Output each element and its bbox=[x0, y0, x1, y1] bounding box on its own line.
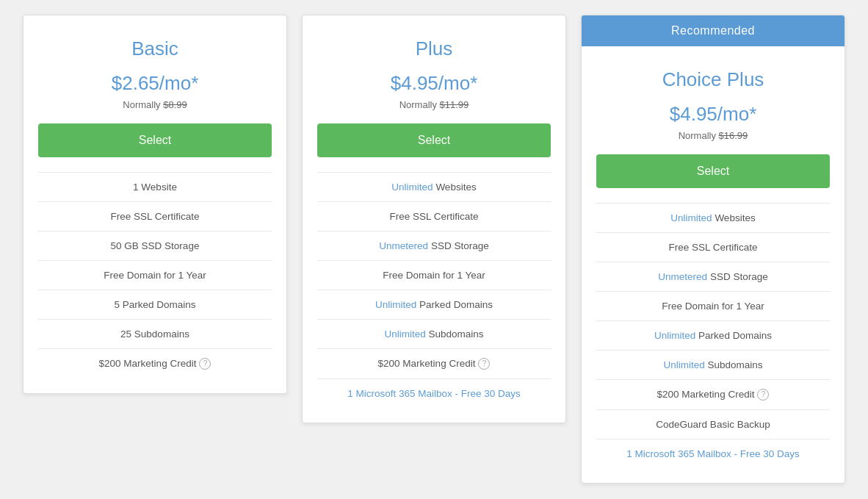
plan-body: Basic$2.65/mo*Normally $8.99Select1 Webs… bbox=[23, 15, 286, 393]
plan-normally: Normally $11.99 bbox=[317, 99, 551, 110]
select-button[interactable]: Select bbox=[38, 123, 272, 157]
plan-name: Basic bbox=[38, 37, 272, 60]
feature-item: $200 Marketing Credit? bbox=[596, 380, 830, 410]
feature-item: $200 Marketing Credit? bbox=[38, 349, 272, 378]
plan-normally: Normally $16.99 bbox=[596, 130, 830, 141]
feature-item: Free SSL Certificate bbox=[38, 202, 272, 231]
select-button[interactable]: Select bbox=[317, 123, 551, 157]
feature-item: Unlimited Parked Domains bbox=[317, 290, 551, 320]
feature-item[interactable]: 1 Microsoft 365 Mailbox - Free 30 Days bbox=[317, 379, 551, 408]
plan-card-plus: Plus$4.95/mo*Normally $11.99SelectUnlimi… bbox=[302, 15, 566, 423]
feature-item: Free SSL Certificate bbox=[317, 202, 551, 231]
features-list: 1 WebsiteFree SSL Certificate50 GB SSD S… bbox=[38, 172, 272, 378]
features-list: Unlimited WebsitesFree SSL CertificateUn… bbox=[317, 172, 551, 408]
plan-name: Plus bbox=[317, 37, 551, 60]
plan-card-choice-plus: RecommendedChoice Plus$4.95/mo*Normally … bbox=[581, 15, 845, 484]
feature-item[interactable]: 1 Microsoft 365 Mailbox - Free 30 Days bbox=[596, 439, 830, 468]
info-icon[interactable]: ? bbox=[199, 358, 211, 370]
plan-normally: Normally $8.99 bbox=[38, 99, 272, 110]
info-icon[interactable]: ? bbox=[757, 389, 769, 401]
feature-item: Unlimited Websites bbox=[596, 204, 830, 233]
recommended-badge: Recommended bbox=[582, 15, 845, 46]
feature-item: Free Domain for 1 Year bbox=[317, 261, 551, 290]
select-button[interactable]: Select bbox=[596, 154, 830, 188]
feature-item: Unlimited Parked Domains bbox=[596, 321, 830, 351]
feature-item: Free Domain for 1 Year bbox=[596, 292, 830, 321]
plan-price: $4.95/mo* bbox=[317, 72, 551, 95]
feature-item: 25 Subdomains bbox=[38, 320, 272, 349]
feature-item: 1 Website bbox=[38, 173, 272, 202]
plan-price: $4.95/mo* bbox=[596, 103, 830, 126]
feature-item: $200 Marketing Credit? bbox=[317, 349, 551, 379]
plans-container: Basic$2.65/mo*Normally $8.99Select1 Webs… bbox=[15, 15, 853, 484]
feature-item: Unmetered SSD Storage bbox=[317, 231, 551, 261]
feature-item: Unlimited Subdomains bbox=[596, 351, 830, 380]
plan-card-basic: Basic$2.65/mo*Normally $8.99Select1 Webs… bbox=[23, 15, 287, 394]
features-list: Unlimited WebsitesFree SSL CertificateUn… bbox=[596, 203, 830, 468]
plan-body: Plus$4.95/mo*Normally $11.99SelectUnlimi… bbox=[303, 15, 565, 423]
plan-body: Choice Plus$4.95/mo*Normally $16.99Selec… bbox=[582, 46, 845, 483]
plan-name: Choice Plus bbox=[596, 68, 830, 91]
info-icon[interactable]: ? bbox=[478, 358, 490, 370]
feature-item: Free Domain for 1 Year bbox=[38, 261, 272, 290]
feature-item: Unlimited Subdomains bbox=[317, 320, 551, 349]
plan-price: $2.65/mo* bbox=[38, 72, 272, 95]
feature-item: 50 GB SSD Storage bbox=[38, 231, 272, 261]
feature-item: Unmetered SSD Storage bbox=[596, 262, 830, 292]
feature-item: Free SSL Certificate bbox=[596, 233, 830, 262]
feature-item: Unlimited Websites bbox=[317, 173, 551, 202]
feature-item: CodeGuard Basic Backup bbox=[596, 410, 830, 439]
feature-item: 5 Parked Domains bbox=[38, 290, 272, 320]
